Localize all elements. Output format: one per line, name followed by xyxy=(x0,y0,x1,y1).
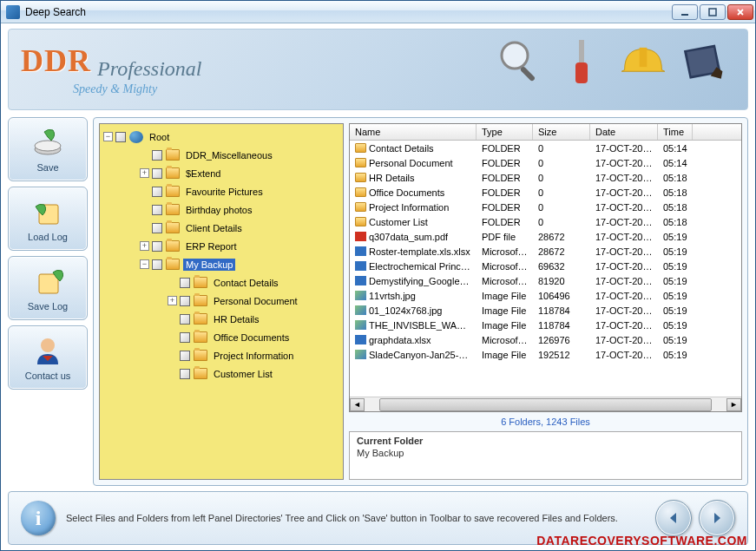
scroll-left-button[interactable]: ◄ xyxy=(350,398,365,411)
cell-size: 69632 xyxy=(533,261,590,272)
file-list-body[interactable]: Contact DetailsFOLDER017-OCT-201205:14Pe… xyxy=(350,141,741,397)
cell-name: Customer List xyxy=(350,217,477,227)
tree-checkbox[interactable] xyxy=(152,259,162,270)
save-log-button[interactable]: Save Log xyxy=(8,256,88,320)
cell-time: 05:14 xyxy=(658,143,693,154)
file-row[interactable]: q307data_sum.pdfPDF file2867217-OCT-2012… xyxy=(350,229,741,244)
file-icon xyxy=(355,232,366,241)
load-log-button[interactable]: Load Log xyxy=(8,187,88,251)
tree-checkbox[interactable] xyxy=(180,369,190,379)
tree-checkbox[interactable] xyxy=(152,241,162,252)
save-button[interactable]: Save xyxy=(8,117,88,181)
file-row[interactable]: Contact DetailsFOLDER017-OCT-201205:14 xyxy=(350,141,741,155)
expand-toggle[interactable]: + xyxy=(168,296,177,305)
close-button[interactable] xyxy=(727,4,753,20)
scroll-right-button[interactable]: ► xyxy=(726,398,741,411)
tree-node[interactable]: +$Extend xyxy=(102,164,341,182)
file-row[interactable]: Demystifying_Google_...Microsoft...81920… xyxy=(350,273,741,288)
expand-spacer xyxy=(140,150,149,160)
file-icon xyxy=(355,305,366,315)
tree-checkbox[interactable] xyxy=(180,278,190,288)
banner: DDR Professional Speedy & Mighty xyxy=(8,29,748,110)
window-controls xyxy=(672,4,753,20)
expand-toggle[interactable]: − xyxy=(140,259,149,269)
cell-name: Office Documents xyxy=(350,187,477,198)
tree-checkbox[interactable] xyxy=(152,187,162,197)
next-button[interactable] xyxy=(699,500,735,536)
cell-name: SladeCanyon-Jan25-0... xyxy=(350,350,477,360)
maximize-button[interactable] xyxy=(700,4,726,20)
tree-checkbox[interactable] xyxy=(152,205,162,215)
tree-node[interactable]: Favourite Pictures xyxy=(102,182,341,200)
file-row[interactable]: graphdata.xlsxMicrosoft...12697617-OCT-2… xyxy=(350,332,741,347)
expand-toggle[interactable]: + xyxy=(140,241,149,251)
contact-us-button[interactable]: Contact us xyxy=(8,325,88,390)
folder-tree[interactable]: − Root DDR_Miscellaneous+$ExtendFavourit… xyxy=(99,123,344,480)
tree-node[interactable]: HR Details xyxy=(102,310,341,328)
expand-toggle[interactable]: − xyxy=(103,132,113,141)
tree-node[interactable]: Client Details xyxy=(102,219,341,237)
expand-spacer xyxy=(168,314,177,324)
current-folder-value: My Backup xyxy=(357,448,734,458)
file-row[interactable]: Personal DocumentFOLDER017-OCT-201205:14 xyxy=(350,155,741,170)
file-row[interactable]: Office DocumentsFOLDER017-OCT-201205:18 xyxy=(350,185,741,200)
svg-rect-6 xyxy=(640,48,648,67)
tree-checkbox[interactable] xyxy=(152,168,162,179)
prev-button[interactable] xyxy=(655,500,692,536)
tree-checkbox[interactable] xyxy=(152,150,162,161)
tree-node[interactable]: −My Backup xyxy=(102,255,341,273)
tree-root[interactable]: − Root xyxy=(102,128,341,146)
scroll-thumb[interactable] xyxy=(379,398,712,411)
tree-checkbox[interactable] xyxy=(115,132,126,142)
column-header-type[interactable]: Type xyxy=(477,124,533,140)
file-row[interactable]: 11vrtsh.jpgImage File10649617-OCT-201205… xyxy=(350,288,741,303)
file-row[interactable]: Electrochemical Principl...Microsoft...6… xyxy=(350,259,741,273)
file-icon xyxy=(355,202,366,212)
tree-checkbox[interactable] xyxy=(152,223,162,233)
column-header-time[interactable]: Time xyxy=(658,124,693,140)
folder-icon xyxy=(194,350,207,361)
expand-toggle[interactable]: + xyxy=(140,168,149,178)
file-row[interactable]: THE_INVISBLE_WALL_...Image File11878417-… xyxy=(350,318,741,332)
file-list[interactable]: NameTypeSizeDateTime Contact DetailsFOLD… xyxy=(349,123,742,412)
folder-icon xyxy=(194,331,207,343)
tree-node[interactable]: Office Documents xyxy=(102,328,341,346)
cell-name: Project Information xyxy=(350,202,477,213)
cell-size: 0 xyxy=(533,187,590,198)
file-row[interactable]: HR DetailsFOLDER017-OCT-201205:18 xyxy=(350,170,741,185)
file-row[interactable]: Customer ListFOLDER017-OCT-201205:18 xyxy=(350,214,741,229)
file-row[interactable]: SladeCanyon-Jan25-0...Image File19251217… xyxy=(350,347,741,362)
tree-checkbox[interactable] xyxy=(180,332,190,343)
screwdriver-icon xyxy=(556,36,608,89)
file-row[interactable]: Project InformationFOLDER017-OCT-201205:… xyxy=(350,200,741,214)
tree-checkbox[interactable] xyxy=(180,296,190,306)
file-list-header[interactable]: NameTypeSizeDateTime xyxy=(350,124,741,141)
root-icon xyxy=(129,131,143,143)
column-header-size[interactable]: Size xyxy=(533,124,590,140)
tree-label: Favourite Pictures xyxy=(183,186,266,198)
file-icon xyxy=(355,320,366,330)
tree-node[interactable]: Project Information xyxy=(102,346,341,364)
folder-icon xyxy=(166,240,180,252)
tree-node[interactable]: Birthday photos xyxy=(102,200,341,219)
cell-date: 17-OCT-2012 xyxy=(590,158,658,168)
tree-node[interactable]: Customer List xyxy=(102,364,341,383)
column-header-name[interactable]: Name xyxy=(350,124,477,140)
column-header-date[interactable]: Date xyxy=(590,124,658,140)
cell-date: 17-OCT-2012 xyxy=(590,173,658,183)
tree-checkbox[interactable] xyxy=(180,351,190,361)
load-log-label: Load Log xyxy=(28,232,68,242)
tree-node[interactable]: Contact Details xyxy=(102,273,341,292)
cell-type: FOLDER xyxy=(477,202,533,213)
folder-icon xyxy=(166,204,180,215)
tree-checkbox[interactable] xyxy=(180,314,190,325)
tree-node[interactable]: +ERP Report xyxy=(102,237,341,255)
minimize-button[interactable] xyxy=(672,4,698,20)
folder-icon xyxy=(194,277,207,288)
file-row[interactable]: 01_1024x768.jpgImage File11878417-OCT-20… xyxy=(350,303,741,318)
file-row[interactable]: Roster-template.xls.xlsxMicrosoft...2867… xyxy=(350,244,741,259)
horizontal-scrollbar[interactable]: ◄ ► xyxy=(350,397,741,411)
tree-node[interactable]: +Personal Document xyxy=(102,292,341,310)
tree-node[interactable]: DDR_Miscellaneous xyxy=(102,146,341,164)
titlebar[interactable]: Deep Search xyxy=(1,1,755,23)
